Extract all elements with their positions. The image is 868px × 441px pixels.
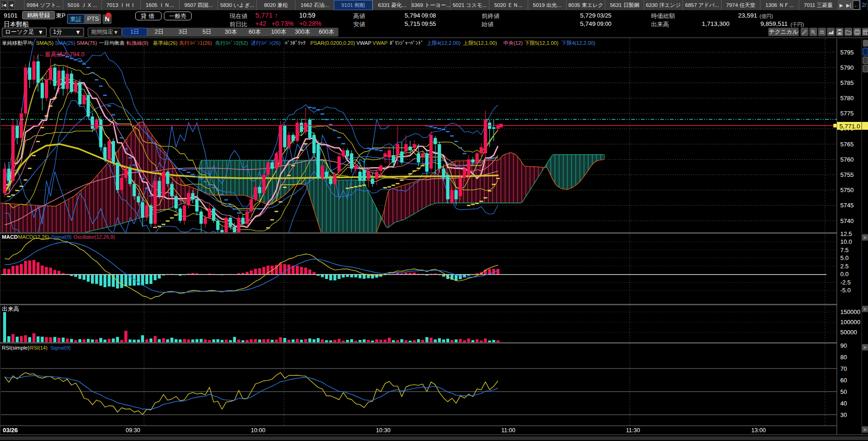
svg-text:Signal(9): Signal(9) bbox=[50, 345, 71, 350]
svg-text:5.0: 5.0 bbox=[840, 254, 849, 261]
svg-text:90: 90 bbox=[840, 342, 847, 349]
svg-text:遅行ｽﾊﾟﾝ(26): 遅行ｽﾊﾟﾝ(26) bbox=[251, 40, 281, 46]
svg-text:10:30: 10:30 bbox=[376, 427, 390, 434]
svg-text:SMA(5): SMA(5) bbox=[36, 40, 54, 46]
svg-text:MACD(12,26): MACD(12,26) bbox=[18, 234, 49, 240]
svg-text:ﾎﾞﾘﾝｼﾞｬｰﾊﾞﾝﾄﾞ: ﾎﾞﾘﾝｼﾞｬｰﾊﾞﾝﾄﾞ bbox=[390, 40, 423, 46]
svg-text:100000: 100000 bbox=[840, 319, 860, 326]
svg-text:5775: 5775 bbox=[840, 110, 854, 117]
svg-text:5765: 5765 bbox=[840, 141, 854, 148]
svg-text:←最高値:5,794.0: ←最高値:5,794.0 bbox=[39, 51, 84, 58]
svg-text:-2.5: -2.5 bbox=[840, 279, 850, 286]
svg-text:上限4(12,2.00): 上限4(12,2.00) bbox=[427, 40, 461, 46]
svg-text:60: 60 bbox=[840, 377, 847, 384]
svg-text:出来高: 出来高 bbox=[2, 306, 19, 312]
svg-text:10:00: 10:00 bbox=[251, 427, 265, 434]
svg-text:>: > bbox=[863, 344, 866, 350]
svg-text:先行ｽﾊﾟﾝ1(26): 先行ｽﾊﾟﾝ1(26) bbox=[179, 40, 212, 46]
svg-text:80: 80 bbox=[840, 354, 847, 361]
svg-text:>: > bbox=[863, 235, 866, 240]
svg-text:7.5: 7.5 bbox=[840, 247, 849, 254]
svg-text:RSI(14): RSI(14) bbox=[30, 345, 48, 350]
svg-text:09:30: 09:30 bbox=[126, 427, 140, 434]
svg-text:150000: 150000 bbox=[840, 308, 860, 315]
svg-text:5745: 5745 bbox=[840, 202, 854, 209]
svg-text:50: 50 bbox=[840, 388, 847, 395]
svg-text:VWAP: VWAP bbox=[373, 40, 388, 46]
svg-text:単純移動平均: 単純移動平均 bbox=[2, 40, 33, 46]
svg-text:40: 40 bbox=[840, 400, 847, 407]
svg-text:10.0: 10.0 bbox=[840, 238, 852, 245]
svg-text:5790: 5790 bbox=[840, 64, 854, 71]
svg-text:13:00: 13:00 bbox=[751, 427, 766, 434]
svg-text:5780: 5780 bbox=[840, 95, 854, 102]
svg-text:03/26: 03/26 bbox=[3, 427, 18, 434]
svg-text:-5.0: -5.0 bbox=[840, 287, 850, 294]
svg-text:Oscillator(12,26,9): Oscillator(12,26,9) bbox=[73, 234, 115, 240]
svg-text:30: 30 bbox=[840, 411, 847, 418]
svg-text:ﾊﾟﾗﾎﾞﾘｯｸ: ﾊﾟﾗﾎﾞﾘｯｸ bbox=[285, 40, 306, 46]
svg-text:>: > bbox=[863, 306, 866, 312]
svg-text:70: 70 bbox=[840, 365, 847, 372]
svg-text:下限4(12,2.00): 下限4(12,2.00) bbox=[561, 40, 596, 46]
svg-text:PSAR(0.0200,0.20): PSAR(0.0200,0.20) bbox=[310, 40, 355, 46]
svg-text:11:00: 11:00 bbox=[501, 427, 515, 434]
svg-text:2.5: 2.5 bbox=[840, 263, 849, 270]
svg-text:SMA(75): SMA(75) bbox=[77, 40, 97, 46]
svg-text:0.0: 0.0 bbox=[840, 271, 849, 278]
svg-text:一目均衡表: 一目均衡表 bbox=[99, 40, 125, 46]
svg-text:SMA(25): SMA(25) bbox=[55, 40, 75, 46]
svg-text:50000: 50000 bbox=[840, 329, 857, 336]
svg-text:5795: 5795 bbox=[840, 49, 854, 56]
svg-text:5755: 5755 bbox=[840, 171, 854, 178]
svg-text:MACD: MACD bbox=[2, 234, 18, 240]
svg-text:中央(12): 中央(12) bbox=[503, 40, 523, 46]
svg-text:上限5(12,1.00): 上限5(12,1.00) bbox=[463, 40, 497, 46]
svg-text:12.5: 12.5 bbox=[840, 230, 852, 237]
svg-text:先行ｽﾊﾟﾝ2(52): 先行ｽﾊﾟﾝ2(52) bbox=[215, 40, 248, 46]
svg-text:RSI(simple): RSI(simple) bbox=[2, 345, 30, 350]
svg-text:11:30: 11:30 bbox=[626, 427, 640, 434]
svg-text:Signal(9): Signal(9) bbox=[51, 234, 72, 240]
svg-text:基準線(26): 基準線(26) bbox=[153, 40, 178, 46]
svg-text:転換線(9): 転換線(9) bbox=[127, 40, 149, 46]
svg-text:5785: 5785 bbox=[840, 79, 854, 86]
svg-text:下限5(12,1.00): 下限5(12,1.00) bbox=[524, 40, 559, 46]
svg-text:5760: 5760 bbox=[840, 156, 854, 163]
svg-text:5,771.0: 5,771.0 bbox=[839, 123, 860, 130]
svg-text:5740: 5740 bbox=[840, 217, 854, 224]
svg-text:>: > bbox=[863, 427, 866, 432]
svg-text:VWAP: VWAP bbox=[356, 40, 372, 46]
svg-text:5750: 5750 bbox=[840, 187, 854, 193]
